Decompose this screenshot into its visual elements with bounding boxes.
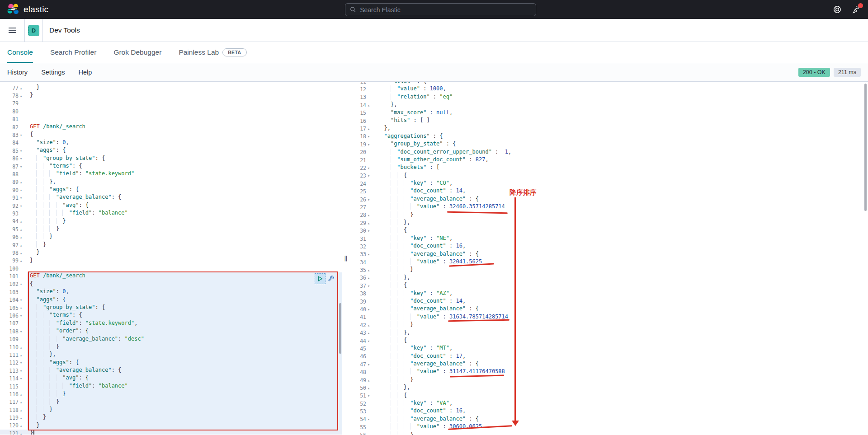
fold-up-icon[interactable]: ▴ bbox=[20, 227, 24, 232]
code-line-43[interactable]: 43▴ }, bbox=[350, 329, 868, 337]
code-line-94[interactable]: 94▴ } bbox=[0, 218, 342, 225]
code-line-103[interactable]: 103 "size": 0, bbox=[0, 288, 342, 296]
code-line-91[interactable]: 91▾ "average_balance": { bbox=[0, 194, 342, 201]
code-line-81[interactable]: 81 bbox=[0, 116, 342, 123]
fold-down-icon[interactable]: ▾ bbox=[20, 188, 24, 192]
code-line-36[interactable]: 36▴ }, bbox=[350, 274, 868, 282]
fold-down-icon[interactable]: ▾ bbox=[368, 417, 372, 421]
code-line-28[interactable]: 28▴ } bbox=[350, 211, 868, 219]
fold-up-icon[interactable]: ▴ bbox=[368, 331, 372, 335]
fold-down-icon[interactable]: ▾ bbox=[20, 376, 24, 381]
code-line-100[interactable]: 100 bbox=[0, 265, 342, 272]
search-input[interactable] bbox=[360, 6, 531, 14]
elastic-logo[interactable]: elastic bbox=[7, 4, 48, 15]
code-line-37[interactable]: 37▾ { bbox=[350, 282, 868, 290]
code-line-116[interactable]: 116▴ } bbox=[0, 390, 342, 398]
fold-up-icon[interactable]: ▴ bbox=[368, 323, 372, 327]
tab-search-profiler[interactable]: Search Profiler bbox=[50, 42, 97, 63]
help-icon[interactable] bbox=[833, 5, 842, 14]
fold-down-icon[interactable]: ▾ bbox=[20, 298, 24, 302]
fold-down-icon[interactable]: ▾ bbox=[368, 362, 372, 367]
fold-down-icon[interactable]: ▾ bbox=[20, 306, 24, 310]
code-line-89[interactable]: 89▴ }, bbox=[0, 178, 342, 186]
code-line-11[interactable]: 11 "total" : { bbox=[350, 82, 868, 85]
fold-up-icon[interactable]: ▴ bbox=[20, 400, 24, 404]
fold-down-icon[interactable]: ▾ bbox=[20, 156, 24, 161]
fold-up-icon[interactable]: ▴ bbox=[368, 386, 372, 390]
fold-down-icon[interactable]: ▾ bbox=[368, 339, 372, 343]
code-line-24[interactable]: 24 "key" : "CO", bbox=[350, 180, 868, 187]
code-line-104[interactable]: 104▾ "aggs": { bbox=[0, 296, 342, 304]
code-line-118[interactable]: 118▴ } bbox=[0, 406, 342, 414]
tab-console[interactable]: Console bbox=[7, 42, 33, 63]
fold-up-icon[interactable]: ▴ bbox=[368, 103, 372, 108]
code-line-18[interactable]: 18▾ "aggregations" : { bbox=[350, 133, 868, 140]
code-line-20[interactable]: 20 "doc_count_error_upper_bound" : -1, bbox=[350, 149, 868, 156]
code-line-26[interactable]: 26▾ "average_balance" : { bbox=[350, 196, 868, 203]
fold-down-icon[interactable]: ▾ bbox=[20, 282, 24, 286]
fold-down-icon[interactable]: ▾ bbox=[20, 329, 24, 334]
fold-down-icon[interactable]: ▾ bbox=[368, 284, 372, 288]
code-line-92[interactable]: 92▾ "avg": { bbox=[0, 202, 342, 210]
send-request-button[interactable] bbox=[315, 273, 326, 284]
code-line-23[interactable]: 23▾ { bbox=[350, 172, 868, 180]
news-icon[interactable] bbox=[852, 5, 861, 14]
request-editor[interactable]: 77▴ }78▴}79808182GET /bank/_search83▾{84… bbox=[0, 82, 342, 435]
code-line-21[interactable]: 21 "sum_other_doc_count" : 827, bbox=[350, 156, 868, 164]
code-line-108[interactable]: 108▾ "order": { bbox=[0, 327, 342, 335]
fold-up-icon[interactable]: ▴ bbox=[20, 408, 24, 412]
code-line-19[interactable]: 19▾ "group_by_state" : { bbox=[350, 140, 868, 148]
fold-up-icon[interactable]: ▴ bbox=[20, 243, 24, 248]
code-line-40[interactable]: 40▾ "average_balance" : { bbox=[350, 305, 868, 313]
request-options-button[interactable] bbox=[327, 275, 335, 283]
code-line-22[interactable]: 22▾ "buckets" : [ bbox=[350, 164, 868, 172]
code-line-79[interactable]: 79 bbox=[0, 100, 342, 108]
fold-up-icon[interactable]: ▴ bbox=[368, 433, 372, 435]
code-line-102[interactable]: 102▾{ bbox=[0, 281, 342, 288]
fold-down-icon[interactable]: ▾ bbox=[20, 360, 24, 365]
code-line-13[interactable]: 13 "relation" : "eq" bbox=[350, 94, 868, 101]
code-line-78[interactable]: 78▴} bbox=[0, 92, 342, 99]
code-line-16[interactable]: 16 "hits" : [ ] bbox=[350, 117, 868, 125]
code-line-25[interactable]: 25 "doc_count" : 14, bbox=[350, 187, 868, 195]
left-scrollbar-thumb[interactable] bbox=[339, 303, 341, 354]
fold-up-icon[interactable]: ▴ bbox=[20, 219, 24, 224]
code-line-46[interactable]: 46 "doc_count" : 17, bbox=[350, 353, 868, 360]
fold-up-icon[interactable]: ▴ bbox=[20, 392, 24, 397]
fold-down-icon[interactable]: ▾ bbox=[20, 204, 24, 208]
fold-up-icon[interactable]: ▴ bbox=[20, 345, 24, 350]
code-line-107[interactable]: 107 "field": "state.keyword", bbox=[0, 320, 342, 327]
code-line-112[interactable]: 112▾ "aggs": { bbox=[0, 359, 342, 367]
code-line-14[interactable]: 14▴ }, bbox=[350, 101, 868, 109]
code-line-99[interactable]: 99▴} bbox=[0, 257, 342, 265]
menu-toggle-button[interactable] bbox=[0, 19, 25, 42]
fold-up-icon[interactable]: ▴ bbox=[20, 180, 24, 184]
code-line-88[interactable]: 88 "field": "state.keyword" bbox=[0, 170, 342, 178]
code-line-29[interactable]: 29▴ }, bbox=[350, 219, 868, 227]
fold-up-icon[interactable]: ▴ bbox=[20, 353, 24, 357]
code-line-77[interactable]: 77▴ } bbox=[0, 84, 342, 92]
global-search[interactable] bbox=[345, 3, 536, 16]
fold-down-icon[interactable]: ▾ bbox=[368, 229, 372, 233]
code-line-97[interactable]: 97▴ } bbox=[0, 241, 342, 249]
fold-up-icon[interactable]: ▴ bbox=[20, 235, 24, 239]
code-line-32[interactable]: 32 "doc_count" : 16, bbox=[350, 243, 868, 250]
fold-down-icon[interactable]: ▾ bbox=[20, 164, 24, 169]
fold-up-icon[interactable]: ▴ bbox=[20, 251, 24, 255]
code-line-12[interactable]: 12 "value" : 1000, bbox=[350, 85, 868, 93]
tab-grok-debugger[interactable]: Grok Debugger bbox=[113, 42, 161, 63]
panel-resize-handle[interactable]: ‖ bbox=[344, 255, 348, 262]
code-line-42[interactable]: 42▴ } bbox=[350, 321, 868, 329]
code-line-55[interactable]: 55 "value" : 30600.0625 bbox=[350, 423, 868, 431]
code-line-33[interactable]: 33▾ "average_balance" : { bbox=[350, 251, 868, 258]
fold-up-icon[interactable]: ▴ bbox=[20, 94, 24, 98]
code-line-44[interactable]: 44▾ { bbox=[350, 337, 868, 345]
code-line-48[interactable]: 48 "value" : 31147.41176470588 bbox=[350, 368, 868, 376]
fold-down-icon[interactable]: ▾ bbox=[368, 252, 372, 257]
menu-item-help[interactable]: Help bbox=[79, 69, 92, 76]
code-line-111[interactable]: 111▴ }, bbox=[0, 351, 342, 359]
code-line-87[interactable]: 87▾ "terms": { bbox=[0, 163, 342, 170]
fold-down-icon[interactable]: ▾ bbox=[20, 313, 24, 318]
code-line-51[interactable]: 51▾ { bbox=[350, 392, 868, 400]
code-line-52[interactable]: 52 "key" : "VA", bbox=[350, 400, 868, 407]
